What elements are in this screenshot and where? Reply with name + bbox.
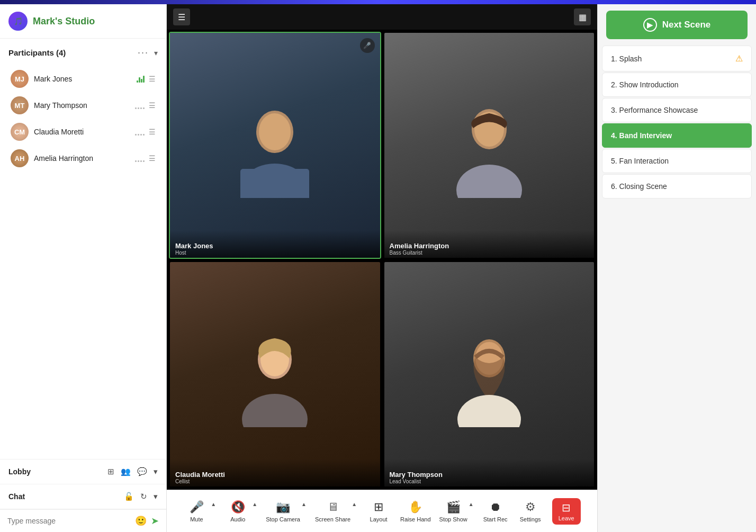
video-name-amelia: Amelia Harrington <box>390 242 589 250</box>
video-name-claudia: Claudia Moretti <box>175 471 375 479</box>
lobby-chat-icon[interactable]: 💬 <box>137 467 147 476</box>
rec-label: Start Rec <box>483 516 508 522</box>
send-button[interactable]: ➤ <box>151 515 159 527</box>
mute-chevron[interactable]: ▲ <box>211 501 216 507</box>
participant-menu-mary[interactable]: ☰ <box>149 101 156 110</box>
screen-label: Screen Share <box>315 516 350 522</box>
chat-collapse-icon[interactable]: ▾ <box>154 492 158 501</box>
video-role-mark: Host <box>175 250 375 256</box>
screen-share-button[interactable]: 🖥 Screen Share <box>315 500 350 522</box>
show-chevron[interactable]: ▲ <box>469 501 474 507</box>
leave-icon: ⊟ <box>562 501 571 514</box>
scene-item-4[interactable]: 4. Band Interview <box>602 123 752 148</box>
participant-menu-claudia[interactable]: ☰ <box>149 128 156 136</box>
next-scene-icon: ▶ <box>643 18 657 32</box>
mute-button[interactable]: 🎤 Mute <box>183 500 210 522</box>
start-rec-button[interactable]: ⏺ Start Rec <box>482 500 509 522</box>
message-input[interactable] <box>7 517 131 525</box>
lobby-chat-section: Lobby ⊞ 👥 💬 ▾ Chat 🔓 ↻ ▾ <box>0 459 166 509</box>
camera-label: Stop Camera <box>266 516 300 522</box>
participant-menu-amelia[interactable]: ☰ <box>149 154 156 163</box>
participants-title: Participants (4) <box>8 48 66 57</box>
avatar-mark: MJ <box>11 70 29 88</box>
participant-name-mark: Mark Jones <box>34 75 131 83</box>
camera-chevron[interactable]: ▲ <box>301 501 307 507</box>
scene-3-label: 3. Performance Showcase <box>611 106 698 114</box>
lobby-people-icon[interactable]: 👥 <box>121 467 131 476</box>
participants-more-button[interactable]: ··· <box>138 47 149 58</box>
lobby-collapse-icon[interactable]: ▾ <box>154 467 158 476</box>
message-input-area: 🙂 ➤ <box>0 509 166 532</box>
scene-2-label: 2. Show Introduction <box>611 80 679 89</box>
chat-row: Chat 🔓 ↻ ▾ <box>0 484 166 509</box>
screen-group: 🖥 Screen Share ▲ <box>315 500 357 522</box>
participant-name-claudia: Claudia Moretti <box>34 128 130 136</box>
participant-menu-mark[interactable]: ☰ <box>149 75 156 83</box>
participants-controls: ··· ▾ <box>138 47 158 58</box>
scene-1-label: 1. Splash <box>611 55 642 63</box>
participant-controls-claudia: ☰ <box>135 128 156 136</box>
participant-item: AH Amelia Harrington ☰ <box>8 145 158 172</box>
video-role-mary: Lead Vocalist <box>390 479 589 484</box>
audio-label: Audio <box>230 516 245 522</box>
settings-button[interactable]: ⚙ Settings <box>517 500 544 522</box>
lobby-enter-icon[interactable]: ⊞ <box>107 467 114 476</box>
top-bar <box>0 0 756 4</box>
participants-collapse-button[interactable]: ▾ <box>154 49 158 57</box>
participant-controls-mary: ☰ <box>135 101 156 110</box>
scene-item-3[interactable]: 3. Performance Showcase <box>602 98 752 122</box>
leave-button[interactable]: ⊟ Leave <box>552 498 581 525</box>
scene-item-6[interactable]: 6. Closing Scene <box>602 174 752 199</box>
video-nametag-claudia: Claudia Moretti Cellist <box>170 459 380 486</box>
emoji-button[interactable]: 🙂 <box>135 515 147 527</box>
scene-list: 1. Splash ⚠ 2. Show Introduction 3. Perf… <box>598 46 756 199</box>
audio-muted-claudia <box>135 128 145 136</box>
settings-label: Settings <box>520 516 541 522</box>
svg-rect-3 <box>240 169 309 198</box>
video-nametag-mary: Mary Thompson Lead Vocalist <box>384 459 595 486</box>
grid-view-button[interactable]: ▦ <box>574 8 591 25</box>
screen-chevron[interactable]: ▲ <box>352 501 357 507</box>
leave-label: Leave <box>559 515 574 521</box>
next-scene-label: Next Scene <box>662 20 711 30</box>
scene-1-warning-icon: ⚠ <box>735 53 743 64</box>
scene-6-label: 6. Closing Scene <box>611 182 667 191</box>
audio-chevron[interactable]: ▲ <box>252 501 257 507</box>
video-role-amelia: Bass Guitarist <box>390 250 589 256</box>
next-scene-button[interactable]: ▶ Next Scene <box>606 11 748 39</box>
main-container: 🎵 Mark's Studio Participants (4) ··· ▾ M… <box>0 4 756 532</box>
video-name-mary: Mary Thompson <box>390 471 589 479</box>
scene-item-1[interactable]: 1. Splash ⚠ <box>602 46 752 71</box>
participant-item: MJ Mark Jones ☰ <box>8 66 158 92</box>
show-group: 🎬 Stop Show ▲ <box>439 500 474 522</box>
studio-logo: 🎵 <box>8 12 28 31</box>
mark-silhouette <box>222 92 328 198</box>
audio-muted-mary <box>135 102 145 109</box>
lobby-icons: ⊞ 👥 💬 ▾ <box>107 467 158 476</box>
scene-item-5[interactable]: 5. Fan Interaction <box>602 149 752 173</box>
svg-point-9 <box>242 394 308 427</box>
video-nametag-amelia: Amelia Harrington Bass Guitarist <box>384 230 595 258</box>
mute-group: 🎤 Mute ▲ <box>183 500 216 522</box>
video-cell-amelia: Amelia Harrington Bass Guitarist <box>383 32 596 259</box>
video-menu-button[interactable]: ☰ <box>173 8 190 25</box>
camera-button[interactable]: 📷 Stop Camera <box>266 500 300 522</box>
avatar-mary: MT <box>11 96 29 114</box>
studio-name: Mark's Studio <box>33 16 95 27</box>
video-name-mark: Mark Jones <box>175 242 375 250</box>
lobby-label: Lobby <box>8 467 103 476</box>
sidebar-header: 🎵 Mark's Studio <box>0 4 166 39</box>
chat-refresh-icon[interactable]: ↻ <box>140 492 147 501</box>
audio-button[interactable]: 🔇 Audio <box>224 500 251 522</box>
sidebar: 🎵 Mark's Studio Participants (4) ··· ▾ M… <box>0 4 167 532</box>
svg-point-1 <box>259 113 291 150</box>
raise-hand-button[interactable]: ✋ Raise Hand <box>400 500 430 522</box>
stop-show-button[interactable]: 🎬 Stop Show <box>439 500 467 522</box>
chat-lock-icon[interactable]: 🔓 <box>124 492 134 501</box>
audio-muted-amelia <box>135 155 145 162</box>
scene-item-2[interactable]: 2. Show Introduction <box>602 73 752 97</box>
video-cell-mark: 🎤 Mark Jones Host <box>169 32 381 259</box>
layout-button[interactable]: ⊞ Layout <box>365 500 392 522</box>
avatar-claudia: CM <box>11 123 29 141</box>
claudia-silhouette <box>222 321 328 427</box>
